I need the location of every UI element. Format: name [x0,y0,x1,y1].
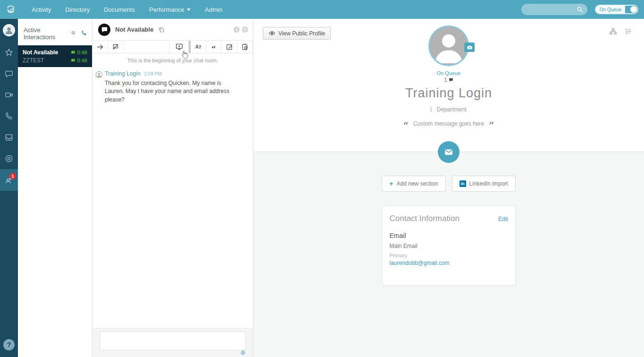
chat-bubble-icon [71,48,75,57]
email-label: Main Email [390,243,508,249]
profile-view-options [609,27,632,35]
canned-responses-icon[interactable]: “ [206,41,222,53]
contact-details-icon[interactable] [191,41,206,53]
details-list-icon[interactable] [624,27,632,35]
rail-item-phone[interactable] [0,105,18,127]
chevron-down-icon [187,8,191,11]
edit-contact-link[interactable]: Edit [498,216,508,222]
chat-bubble-icon [449,77,453,82]
change-photo-camera-icon[interactable] [464,42,475,52]
toggle-knob[interactable] [630,6,637,13]
nav-right-group: On Queue [521,4,644,15]
quote-close-icon: ” [489,119,494,128]
gear-icon[interactable] [70,29,76,38]
on-queue-label: On Queue [596,6,625,13]
rail-item-video[interactable] [0,84,18,105]
schedule-clipboard-icon[interactable] [237,41,253,53]
eye-icon [268,30,276,37]
toolbar-spacer [124,41,170,53]
transfer-arrow-icon[interactable] [92,41,108,53]
interaction-row[interactable]: Not Available 0:48 [18,48,92,56]
interactions-count-badge: 1 [9,173,16,179]
copy-icon[interactable] [158,26,165,33]
profile-avatar[interactable] [428,26,469,66]
contact-card-title: Contact Information [390,214,498,223]
message-author-link[interactable]: Training Login [105,70,141,77]
nav-item-performance[interactable]: Performance [149,6,191,13]
top-nav: Activity Directory Documents Performance… [0,0,644,19]
interactions-title: Active Interactions [24,26,70,41]
email-type: Primary [390,253,508,258]
plus-icon: + [389,180,393,187]
profile-department: Department [253,106,644,113]
end-chat-icon[interactable] [108,41,124,53]
rail-item-favorites[interactable] [0,42,18,63]
email-section-heading: Email [390,232,508,239]
chat-panel: Not Available [92,19,253,357]
interactions-header: Active Interactions [18,19,92,45]
emoji-icon[interactable] [241,350,245,355]
dialpad-phone-icon[interactable] [81,29,87,38]
interactions-list: Not Available 0:48 ZZTEST 0:48 [18,45,92,67]
message-timestamp: 2:09 PM [144,71,162,76]
screen-share-icon[interactable] [170,41,189,53]
chat-count: 1 [253,77,644,83]
rail-item-interactions[interactable]: 1 [0,169,18,191]
send-email-icon[interactable] [438,141,460,163]
nav-item-admin[interactable]: Admin [205,6,222,13]
view-public-profile-button[interactable]: View Public Profile [263,27,331,40]
toggle-track [625,6,637,13]
chat-header-actions [234,26,248,33]
chat-room-avatar-icon [98,24,110,36]
inbox-icon [4,133,14,142]
chat-input[interactable] [100,332,246,350]
help-icon[interactable]: ? [3,339,15,350]
left-rail: 1 ? [0,19,18,357]
chat-system-message: This is the beginning of your chat room. [92,58,253,63]
star-icon [4,48,14,57]
compose-note-icon[interactable] [222,41,237,53]
profile-lower-section: + Add new section in LinkedIn import Con… [253,176,644,286]
chat-icon [4,69,14,78]
profile-panel: View Public Profile [253,19,644,357]
linkedin-import-button[interactable]: in LinkedIn import [452,176,516,192]
on-queue-toggle[interactable]: On Queue [595,5,638,14]
interactions-panel: Active Interactions Not Available 0:48 [18,19,92,357]
interaction-row[interactable]: ZZTEST 0:48 [18,56,92,64]
profile-name: Training Login [253,86,644,101]
profile-avatar-wrap [428,26,469,66]
rail-item-explore[interactable] [0,148,18,169]
profile-top-section: View Public Profile [253,19,644,152]
dismiss-icon[interactable] [242,26,248,33]
phone-icon [5,111,14,120]
section-buttons: + Add new section in LinkedIn import [253,176,644,192]
email-address-link[interactable]: laurendobb@gmail.com [390,260,508,266]
chat-input-area [92,328,253,357]
compass-icon [4,154,14,163]
search-icon[interactable] [576,6,584,15]
status-badge[interactable]: On Queue [253,70,644,76]
message-text: Thank you for contacting Quicken. My nam… [105,79,241,104]
chat-toolbar: “ [92,40,253,53]
contact-information-card: Contact Information Edit Email Main Emai… [382,205,516,286]
org-chart-icon[interactable] [609,27,617,35]
chat-header: Not Available [92,19,253,40]
nav-item-directory[interactable]: Directory [65,6,90,13]
profile-custom-message: “ Custom message goes here ” [253,119,644,128]
nav-item-activity[interactable]: Activity [32,6,51,13]
rail-profile-avatar[interactable] [0,19,18,42]
message-avatar-icon [95,71,103,78]
collapse-panel-icon[interactable] [234,26,240,33]
quote-open-icon: “ [403,119,409,128]
chat-bubble-icon [71,56,75,65]
add-new-section-button[interactable]: + Add new section [382,176,445,192]
avatar-icon [3,24,15,36]
linkedin-icon: in [460,180,466,187]
global-search [521,4,587,15]
divider [431,107,431,112]
nav-item-documents[interactable]: Documents [104,6,135,13]
rail-item-chat[interactable] [0,63,18,84]
app-window: Activity Directory Documents Performance… [0,0,644,357]
rail-item-inbox[interactable] [0,127,18,148]
app-logo-icon[interactable] [4,2,18,17]
